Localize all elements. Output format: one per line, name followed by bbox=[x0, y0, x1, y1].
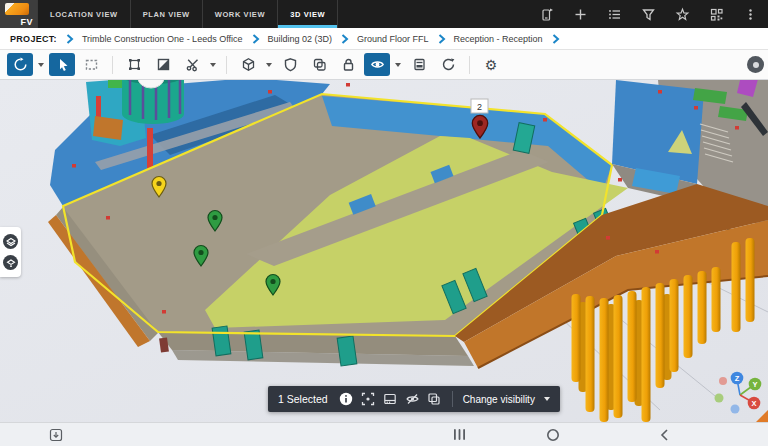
breadcrumb-item-building[interactable]: Building 02 (3D) bbox=[268, 34, 333, 44]
shield-tool-button[interactable] bbox=[277, 53, 303, 76]
orbit-icon bbox=[12, 56, 29, 73]
panel-collapse-button[interactable] bbox=[747, 56, 764, 73]
axis-x[interactable]: X bbox=[748, 397, 761, 410]
calculator-icon bbox=[411, 56, 428, 73]
svg-text:2: 2 bbox=[477, 102, 482, 112]
tab-label: 3D VIEW bbox=[290, 10, 325, 19]
resize-corner-handle[interactable] bbox=[756, 410, 768, 422]
top-app-bar: FV LOCATION VIEW PLAN VIEW WORK VIEW 3D … bbox=[0, 0, 768, 28]
list-view-icon[interactable] bbox=[606, 6, 622, 22]
fieldview-logo-icon bbox=[5, 3, 29, 15]
chevron-right-icon bbox=[339, 33, 350, 45]
tab-work-view[interactable]: WORK VIEW bbox=[202, 0, 277, 28]
refresh-button[interactable] bbox=[435, 53, 461, 76]
marquee-select-button[interactable] bbox=[78, 53, 104, 76]
orbit-dropdown-caret[interactable] bbox=[38, 63, 44, 67]
pin-count-badge: 2 bbox=[471, 99, 488, 113]
chevron-right-icon bbox=[550, 33, 561, 45]
axis-z[interactable]: Z bbox=[731, 372, 744, 385]
model-canvas[interactable]: 2 bbox=[0, 80, 768, 422]
breadcrumb-project-label: PROJECT: bbox=[10, 34, 57, 44]
settings-button[interactable]: ⚙ bbox=[478, 53, 504, 76]
section-cut-button[interactable] bbox=[179, 53, 205, 76]
contrast-tool-button[interactable] bbox=[150, 53, 176, 76]
hide-icon[interactable] bbox=[405, 392, 420, 407]
axis-y[interactable]: Y bbox=[749, 378, 762, 391]
selection-action-bar: 1 Selected Change visibility bbox=[268, 386, 560, 412]
breadcrumb-item-floor[interactable]: Ground Floor FFL bbox=[357, 34, 429, 44]
overlap-squares-icon bbox=[311, 56, 328, 73]
visibility-dropdown-caret[interactable] bbox=[395, 63, 401, 67]
overflow-menu-icon[interactable] bbox=[742, 6, 758, 22]
selection-count: 1 Selected bbox=[278, 393, 328, 405]
marquee-icon bbox=[83, 56, 100, 73]
contrast-icon bbox=[155, 56, 172, 73]
app-logo: FV bbox=[0, 0, 37, 28]
section-cut-dropdown-caret[interactable] bbox=[210, 63, 216, 67]
recents-icon[interactable] bbox=[452, 427, 467, 442]
eye-icon bbox=[369, 56, 386, 73]
scissors-icon bbox=[184, 56, 201, 73]
toolbar-divider bbox=[226, 56, 227, 74]
chevron-right-icon bbox=[64, 33, 75, 45]
app-window: FV LOCATION VIEW PLAN VIEW WORK VIEW 3D … bbox=[0, 0, 768, 446]
3d-viewport: 2 1 Selected bbox=[0, 80, 768, 422]
curtain-wall-cylinder bbox=[122, 80, 184, 124]
back-icon[interactable] bbox=[657, 427, 672, 442]
change-visibility-caret[interactable] bbox=[544, 397, 550, 401]
svg-text:Z: Z bbox=[735, 374, 740, 383]
crop-frame-icon bbox=[126, 56, 143, 73]
add-icon[interactable] bbox=[572, 6, 588, 22]
visibility-tool-button[interactable] bbox=[364, 53, 390, 76]
filter-icon[interactable] bbox=[640, 6, 656, 22]
breadcrumb-item-room[interactable]: Reception - Reception bbox=[454, 34, 543, 44]
stack-icon bbox=[6, 258, 16, 268]
toolbar-divider bbox=[469, 56, 470, 74]
layer-panel bbox=[0, 227, 21, 277]
tab-label: WORK VIEW bbox=[215, 10, 265, 19]
axis-negative-y[interactable] bbox=[715, 394, 724, 403]
sync-device-icon[interactable] bbox=[538, 6, 554, 22]
refresh-icon bbox=[440, 56, 457, 73]
qr-scan-icon[interactable] bbox=[708, 6, 724, 22]
lock-icon bbox=[340, 56, 357, 73]
window-icon[interactable] bbox=[383, 392, 398, 407]
model-views-dropdown-caret[interactable] bbox=[266, 63, 272, 67]
tab-label: PLAN VIEW bbox=[143, 10, 190, 19]
model-views-button[interactable] bbox=[235, 53, 261, 76]
clash-tool-button[interactable] bbox=[306, 53, 332, 76]
duplicate-icon[interactable] bbox=[427, 392, 442, 407]
tab-3d-view[interactable]: 3D VIEW bbox=[277, 0, 338, 28]
favorites-icon[interactable] bbox=[674, 6, 690, 22]
layers-icon bbox=[6, 237, 16, 247]
axis-negative-x[interactable] bbox=[719, 377, 727, 385]
chevron-right-icon bbox=[436, 33, 447, 45]
tab-plan-view[interactable]: PLAN VIEW bbox=[130, 0, 202, 28]
orbit-tool-button[interactable] bbox=[7, 53, 33, 76]
cursor-icon bbox=[54, 56, 71, 73]
3d-toolbar: ⚙ bbox=[0, 50, 768, 80]
topbar-actions bbox=[538, 0, 768, 28]
lock-tool-button[interactable] bbox=[335, 53, 361, 76]
gear-icon: ⚙ bbox=[485, 58, 498, 72]
screen-capture-icon[interactable] bbox=[48, 427, 63, 442]
chevron-right-icon bbox=[250, 33, 261, 45]
app-logo-text: FV bbox=[20, 17, 33, 27]
zoom-fit-icon[interactable] bbox=[361, 392, 376, 407]
cube-icon bbox=[240, 56, 257, 73]
axis-negative-z[interactable] bbox=[731, 405, 740, 414]
stack-button[interactable] bbox=[3, 255, 18, 270]
layers-button[interactable] bbox=[3, 234, 18, 249]
svg-text:X: X bbox=[751, 399, 756, 408]
info-icon[interactable] bbox=[339, 392, 354, 407]
select-tool-button[interactable] bbox=[49, 53, 75, 76]
crop-box-button[interactable] bbox=[121, 53, 147, 76]
breadcrumb-item-project[interactable]: Trimble Construction One - Leeds Office bbox=[82, 34, 243, 44]
tab-location-view[interactable]: LOCATION VIEW bbox=[37, 0, 130, 28]
home-icon[interactable] bbox=[545, 427, 560, 442]
svg-text:Y: Y bbox=[752, 380, 757, 389]
change-visibility-button[interactable]: Change visibility bbox=[463, 394, 535, 405]
toolbar-divider bbox=[112, 56, 113, 74]
main-tabs: LOCATION VIEW PLAN VIEW WORK VIEW 3D VIE… bbox=[37, 0, 338, 28]
calculator-tool-button[interactable] bbox=[406, 53, 432, 76]
